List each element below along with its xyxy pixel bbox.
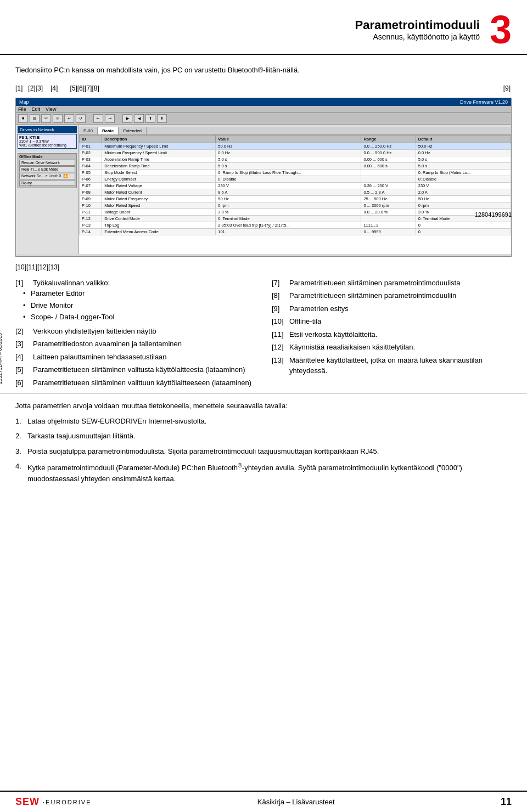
eurodrive-logo: ·EURODRIVE (43, 799, 91, 805)
cell-range: 0.0 ... 250.0 Hz (361, 143, 416, 149)
bullet-text: Drive Monitor (31, 300, 255, 311)
table-row[interactable]: P-09 Motor Rated Frequency 50 Hz 25 ... … (80, 195, 511, 202)
software-screenshot: Map Drive Firmware V1.20 File Edit View … (15, 98, 512, 257)
sw-title: Map (19, 99, 29, 105)
bullet-text: Parameter Editor (31, 288, 255, 299)
cell-id: P-11 (80, 208, 102, 215)
table-row[interactable]: P-02 Minimum Frequency / Speed Limit 0.0… (80, 149, 511, 156)
list-num: [2] (15, 326, 33, 337)
side-label: 21327114/FI – 05/2015 (0, 333, 3, 387)
table-row[interactable]: P-12 Drive Control Mode 0: Terminal Mode… (80, 215, 511, 222)
sw-tab-p00[interactable]: P-00 (79, 127, 98, 134)
table-row[interactable]: P-08 Motor Rated Current 8.6 A 0.5 ... 2… (80, 189, 511, 195)
cell-default: 50.0 Hz (416, 143, 511, 149)
bullet-icon: • (23, 288, 31, 299)
list-num: [9] (272, 303, 289, 314)
sw-btn-11[interactable]: ⬆ (145, 114, 155, 123)
cell-value: 230 V (216, 182, 361, 189)
col-default: Default (416, 135, 511, 143)
sw-btn-6[interactable]: ↺ (76, 114, 86, 123)
sw-sidebar-device[interactable]: FS 3, KTI-B 230V 1 ~ 0.37kW W01 /Betrieb… (18, 134, 77, 149)
cell-id: P-08 (80, 189, 102, 195)
sw-tab-extended[interactable]: Extended (119, 127, 147, 134)
bullet-item: •Scope- / Data-Logger-Tool (23, 312, 255, 323)
cell-default: 0.0 Hz (416, 149, 511, 156)
list-item: [10]Offline-tila (272, 316, 512, 327)
cell-default: 50 Hz (416, 195, 511, 202)
table-row[interactable]: P-04 Deceleration Ramp Time 5.0 s 0.00 .… (80, 162, 511, 169)
left-col: [1]Työkaluvalinnan valikko:•Parameter Ed… (15, 278, 255, 391)
table-row[interactable]: P-11 Voltage Boost 3.0 % 0.0 ... 20.0 % … (80, 208, 511, 215)
list-num: [8] (272, 290, 289, 301)
list-item: [8]Parametritietueen siirtäminen paramet… (272, 290, 512, 301)
table-row[interactable]: P-01 Maximum Frequency / Speed Limit 50.… (80, 143, 511, 149)
list-content: Parametritietueen siirtäminen parametroi… (289, 290, 512, 301)
table-row[interactable]: P-05 Stop Mode Select 0: Ramp to Stop (M… (80, 169, 511, 176)
numbered-steps: 1.Lataa ohjelmisto SEW-EURODRIVEn Intern… (15, 416, 512, 484)
table-row[interactable]: P-03 Acceleration Ramp Time 5.0 s 0.00 .… (80, 156, 511, 162)
sw-btn-retry[interactable]: Re-try (19, 180, 75, 186)
sw-menu: File Edit View (16, 106, 511, 113)
ref-labels-bottom-text: [10][11][12][13] (15, 263, 59, 271)
sw-btn-1[interactable]: ■ (18, 114, 28, 123)
table-row[interactable]: P-13 Trip Log 2:35:03 Over load trip [t1… (80, 222, 511, 228)
sw-menu-view[interactable]: View (46, 106, 56, 112)
cell-desc: Trip Log (102, 222, 216, 228)
table-row[interactable]: P-06 Energy Optimiser 0: Disable 0: Disa… (80, 176, 511, 182)
cell-range: 0.0 ... 500.0 Hz (361, 149, 416, 156)
jotta-intro: Jotta parametrien arvoja voidaan muuttaa… (15, 401, 512, 411)
ref-label-5678: [5][6][7][8] (70, 84, 99, 92)
list-content: Etsii verkosta käyttölaitteita. (289, 329, 512, 340)
table-row[interactable]: P-14 Extended Menu Access Code 101 0 ...… (80, 228, 511, 235)
sw-btn-4[interactable]: ⎘ (53, 114, 63, 123)
cell-id: P-13 (80, 222, 102, 228)
cell-default: 0: Disable (416, 176, 511, 182)
cell-value: 5.0 s (216, 156, 361, 162)
sw-btn-2[interactable]: ▤ (30, 114, 40, 123)
cell-default: 0 (416, 228, 511, 235)
bullet-icon: • (23, 312, 31, 323)
ref-label-left: [1] (15, 84, 23, 92)
list-num: [6] (15, 377, 33, 388)
step-content: Poista suojatulppa parametrointimoduulis… (27, 446, 512, 457)
sw-btn-8[interactable]: ⇥ (105, 114, 115, 123)
sw-tab-basic[interactable]: Basic (98, 127, 119, 134)
cell-value: 50.0 Hz (216, 143, 361, 149)
sw-sidebar-network[interactable]: Drives in Network (18, 126, 77, 133)
bullet-item: •Drive Monitor (23, 300, 255, 311)
ref-label-2: [2][3] (28, 84, 43, 92)
list-content: Parametritiedoston avaaminen ja tallenta… (33, 339, 255, 349)
header-right: Parametrointimoduuli Asennus, käyttöönot… (355, 10, 512, 49)
cell-value: 5.0 s (216, 162, 361, 169)
list-num: [1] (15, 278, 33, 289)
sw-firmware: Drive Firmware V1.20 (460, 99, 508, 105)
cell-range: 0.00 ... 600 s (361, 162, 416, 169)
sw-btn-realtime[interactable]: Real-Ti... e Edit Mode (19, 166, 75, 172)
table-row[interactable]: P-10 Motor Rated Speed 0 rpm 0 ... 3000 … (80, 202, 511, 208)
list-content: Parametritietueen siirtäminen parametroi… (289, 278, 512, 289)
cell-id: P-01 (80, 143, 102, 149)
sw-btn-9[interactable]: ▶ (122, 114, 132, 123)
footer-logo: SEW ·EURODRIVE (15, 796, 91, 808)
main-content: [1]Työkaluvalinnan valikko:•Parameter Ed… (0, 273, 527, 391)
list-item: [12]Käynnistää reaaliaikaisen käsitttely… (272, 342, 512, 353)
sw-btn-rescan[interactable]: Rescan Drive Network (19, 160, 75, 166)
sw-btn-5[interactable]: ↩ (64, 114, 74, 123)
sw-titlebar: Map Drive Firmware V1.20 (16, 98, 511, 106)
sw-menu-edit[interactable]: Edit (32, 106, 41, 112)
sw-btn-12[interactable]: ⬇ (157, 114, 167, 123)
sw-menu-file[interactable]: File (18, 106, 26, 112)
sw-btn-network[interactable]: Network Sc...e Limit:0🔼 (19, 173, 75, 179)
sw-btn-10[interactable]: ◀ (134, 114, 144, 123)
sw-btn-7[interactable]: ⇤ (93, 114, 103, 123)
cell-range (361, 169, 416, 176)
cell-desc: Motor Rated Current (102, 189, 216, 195)
cell-range: 0.5 ... 2.3 A (361, 189, 416, 195)
cell-id: P-12 (80, 215, 102, 222)
sw-btn-3[interactable]: ✄ (41, 114, 51, 123)
cell-value: 2:35:03 Over load trip [t1-t7y] / 2:17:5… (216, 222, 361, 228)
list-content: Laitteen palauttaminen tehdasasetustilaa… (33, 352, 255, 363)
sw-sidebar-offline: Offline Mode Rescan Drive Network Real-T… (18, 153, 77, 188)
cell-range: 0.26 ... 250 V (361, 182, 416, 189)
table-row[interactable]: P-07 Motor Rated Voltage 230 V 0.26 ... … (80, 182, 511, 189)
